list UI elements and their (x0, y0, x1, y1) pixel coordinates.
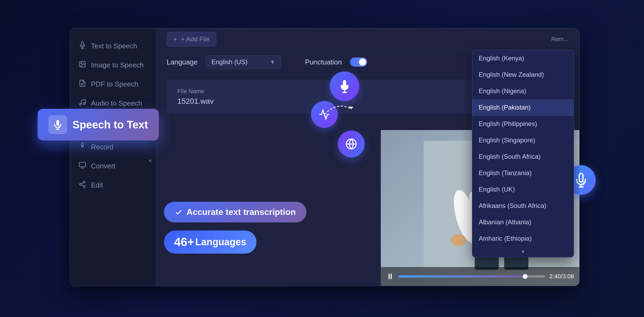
dropdown-item-pakistan[interactable]: English (Pakistan) (472, 99, 574, 116)
sidebar-collapse-btn[interactable]: « (149, 157, 152, 164)
features-area: Accurate text transcription 46+ Language… (164, 202, 306, 254)
svg-text:T: T (582, 180, 585, 186)
dropdown-scroll-down[interactable]: ▼ (472, 247, 574, 257)
scene-container: Text to Speech Image to Speech (27, 17, 617, 300)
sidebar-item-edit[interactable]: Edit (70, 176, 156, 195)
languages-badge: 46+ Languages (164, 230, 257, 254)
dropdown-item-singapore[interactable]: English (Singapore) (472, 132, 574, 149)
svg-point-7 (83, 103, 85, 105)
pause-button[interactable]: ⏸ (386, 272, 394, 281)
svg-point-6 (80, 103, 82, 105)
svg-point-11 (82, 146, 83, 146)
sidebar-item-label: Image to Speech (91, 61, 144, 69)
globe-circle-icon (338, 131, 365, 157)
audio-to-speech-icon (78, 99, 87, 108)
sidebar-item-label: Record (91, 143, 114, 151)
svg-point-32 (451, 234, 466, 246)
dropdown-item-tanzania[interactable]: English (Tanzania) (472, 165, 574, 181)
convert-icon (78, 161, 87, 171)
top-bar: + + Add File Rem... (156, 28, 579, 50)
dropdown-item-nigeria[interactable]: English (Nigeria) (472, 83, 574, 99)
sidebar: Text to Speech Image to Speech (70, 28, 156, 286)
dropdown-item-philippines[interactable]: English (Philippines) (472, 116, 574, 132)
dropdown-item-afrikaans[interactable]: Afrikaans (South Africa) (472, 198, 574, 214)
sidebar-item-convert[interactable]: Convert (70, 157, 156, 176)
microphone-circle-icon (330, 71, 359, 101)
time-display: 2:40/3:08 (549, 273, 574, 280)
speech-to-text-label: Speech to Text (72, 119, 148, 131)
punctuation-label: Punctuation (305, 58, 342, 66)
speech-to-text-icon-circle: T (48, 115, 67, 134)
svg-text:T: T (58, 125, 61, 129)
dropdown-item-albanian[interactable]: Albanian (Albania) (472, 214, 574, 230)
svg-rect-12 (79, 163, 85, 167)
dropdown-item-kenya[interactable]: English (Kenya) (472, 50, 574, 67)
languages-label: Languages (195, 236, 246, 248)
video-controls: ⏸ 2:40/3:08 (381, 267, 579, 286)
languages-count: 46+ (174, 235, 194, 249)
svg-point-14 (80, 183, 82, 185)
svg-point-13 (83, 181, 85, 183)
rem-label: Rem... (551, 36, 569, 43)
dropdown-item-uk[interactable]: English (UK) (472, 181, 574, 198)
progress-bar[interactable] (398, 275, 545, 278)
speech-to-text-floating-badge: T Speech to Text (38, 109, 159, 141)
language-select-dropdown[interactable]: English (US) ▼ (206, 55, 281, 69)
chevron-down-icon: ▼ (521, 250, 525, 254)
sidebar-item-label: Edit (91, 181, 103, 189)
sidebar-item-label: PDF to Speech (91, 80, 138, 88)
svg-point-3 (81, 63, 82, 64)
sidebar-item-label: Text to Speech (91, 42, 137, 50)
svg-line-17 (81, 183, 83, 184)
language-dropdown-menu: English (Kenya) English (New Zealand) En… (472, 50, 574, 257)
sidebar-item-label: Audio to Speech (91, 99, 142, 107)
transcription-badge: Accurate text transcription (164, 202, 306, 222)
main-content: + + Add File Rem... Language English (US… (156, 28, 579, 286)
dropdown-item-south-africa[interactable]: English (South Africa) (472, 149, 574, 165)
add-file-button[interactable]: + + Add File (167, 32, 216, 46)
image-to-speech-icon (78, 60, 87, 70)
selected-language: English (US) (211, 58, 248, 66)
language-label: Language (167, 58, 198, 66)
chevron-down-icon: ▼ (270, 59, 275, 65)
progress-thumb (523, 274, 528, 279)
transcription-label: Accurate text transcription (186, 207, 296, 217)
punctuation-toggle[interactable] (350, 57, 367, 67)
dropdown-item-amharic[interactable]: Amharic (Ethiopia) (472, 230, 574, 247)
sidebar-item-label: Convert (91, 162, 115, 170)
sidebar-item-text-to-speech[interactable]: Text to Speech (70, 37, 156, 56)
sidebar-item-pdf-to-speech[interactable]: PDF to Speech (70, 75, 156, 94)
svg-line-16 (81, 185, 83, 186)
dashed-arrow (322, 98, 354, 120)
text-to-speech-icon (78, 41, 87, 51)
record-icon (78, 142, 87, 152)
edit-icon (78, 181, 87, 190)
main-window: Text to Speech Image to Speech (70, 28, 580, 286)
sidebar-item-image-to-speech[interactable]: Image to Speech (70, 56, 156, 75)
plus-icon: + (173, 35, 177, 43)
dropdown-item-new-zealand[interactable]: English (New Zealand) (472, 67, 574, 83)
add-file-label: + Add File (181, 35, 210, 43)
progress-fill (398, 275, 526, 278)
svg-point-15 (83, 186, 85, 188)
pdf-to-speech-icon (78, 80, 87, 89)
